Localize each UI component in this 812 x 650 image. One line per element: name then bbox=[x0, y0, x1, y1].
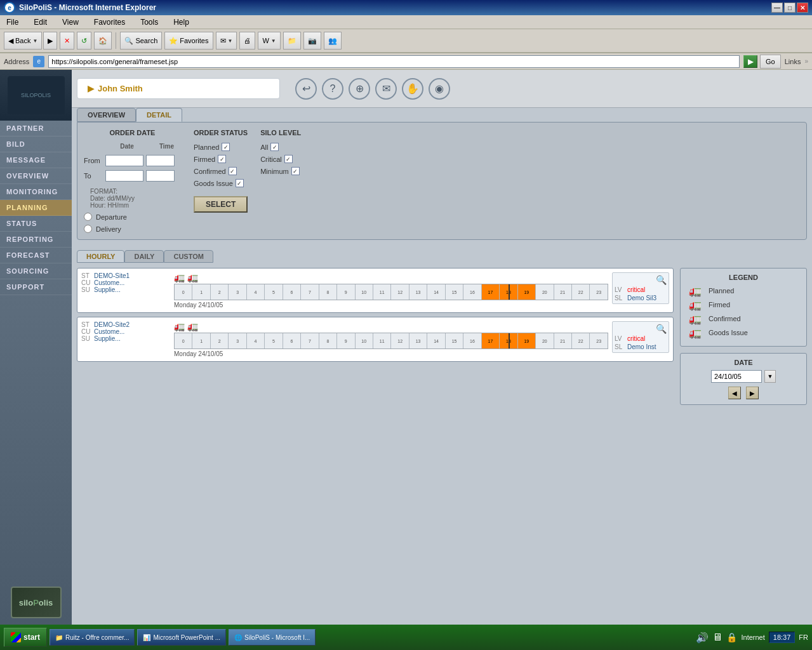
tab-hourly[interactable]: HOURLY bbox=[77, 250, 124, 263]
minimum-checkbox[interactable] bbox=[291, 167, 300, 175]
stop-button[interactable]: ✕ bbox=[60, 32, 74, 50]
site2-search-icon[interactable]: 🔍 bbox=[656, 324, 667, 334]
site2-date: Monday 24/10/05 bbox=[174, 350, 608, 357]
confirmed-checkbox[interactable] bbox=[229, 167, 237, 175]
sidebar-item-planning[interactable]: Planning bbox=[0, 200, 72, 216]
sidebar-item-support[interactable]: Support bbox=[0, 279, 72, 295]
favorites-button[interactable]: ⭐ Favorites bbox=[164, 32, 213, 50]
legend-title: LEGEND bbox=[686, 274, 801, 281]
legend-date-panel: LEGEND 🚛 Planned 🚛 Firmed 🚛 Confirmed bbox=[680, 268, 807, 620]
mail-dropdown-icon[interactable]: ▼ bbox=[228, 38, 233, 44]
date-picker-input[interactable] bbox=[711, 370, 762, 383]
confirmed-legend-label: Confirmed bbox=[709, 315, 741, 322]
users-button[interactable]: 👥 bbox=[324, 32, 342, 50]
media-button[interactable]: 📷 bbox=[303, 32, 321, 50]
back-button[interactable]: ◀ Back ▼ bbox=[4, 32, 42, 50]
sidebar-item-sourcing[interactable]: Sourcing bbox=[0, 263, 72, 279]
time-slot-8: 8 bbox=[319, 284, 337, 300]
go-button[interactable]: Go bbox=[760, 55, 781, 69]
from-label: From bbox=[84, 157, 103, 164]
delivery-label: Delivery bbox=[96, 225, 121, 233]
planned-checkbox[interactable] bbox=[222, 143, 230, 151]
site1-info: ST DEMO-Site1 CU Custome... SU Supplie..… bbox=[81, 272, 170, 293]
folder-button[interactable]: 📁 bbox=[283, 32, 301, 50]
sidebar-item-message[interactable]: Message bbox=[0, 152, 72, 168]
go-arrow-icon[interactable]: ▶ bbox=[743, 55, 757, 68]
links-expand-icon[interactable]: » bbox=[804, 58, 808, 65]
site1-truck-icon: 🚛 bbox=[174, 272, 185, 282]
from-time-input[interactable] bbox=[146, 155, 175, 166]
power-action-icon[interactable]: ◉ bbox=[429, 78, 450, 100]
site1-silo-info: 🔍 LV critical SL Demo Sil3 bbox=[612, 272, 669, 304]
time-slot-21: 21 bbox=[554, 284, 572, 300]
menu-tools[interactable]: Tools bbox=[138, 17, 161, 28]
network-action-icon[interactable]: ⊕ bbox=[349, 78, 370, 100]
goods-issue-checkbox[interactable] bbox=[236, 179, 244, 187]
sidebar-item-bild[interactable]: Bild bbox=[0, 136, 72, 152]
minimize-button[interactable]: — bbox=[771, 3, 783, 13]
menu-edit[interactable]: Edit bbox=[31, 17, 50, 28]
departure-radio[interactable] bbox=[84, 213, 92, 221]
ppt-taskbar-icon: 📊 bbox=[143, 634, 150, 641]
all-checkbox[interactable] bbox=[270, 143, 279, 151]
address-bar: Address e ▶ Go Links » bbox=[0, 53, 812, 70]
menu-help[interactable]: Help bbox=[171, 17, 192, 28]
forward-button[interactable]: ▶ bbox=[43, 32, 57, 50]
word-dropdown-icon[interactable]: ▼ bbox=[271, 38, 276, 44]
from-date-input[interactable] bbox=[105, 155, 143, 166]
word-button[interactable]: W ▼ bbox=[258, 32, 280, 50]
links-label: Links bbox=[785, 58, 801, 65]
menu-view[interactable]: View bbox=[60, 17, 81, 28]
critical-checkbox[interactable] bbox=[284, 155, 293, 163]
taskbar-item-ruitz[interactable]: 📁 Ruitz - Offre commer... bbox=[50, 629, 135, 646]
title-bar: e SiloPoliS - Microsoft Internet Explore… bbox=[0, 0, 812, 15]
sidebar-item-overview[interactable]: Overview bbox=[0, 168, 72, 184]
delivery-radio[interactable] bbox=[84, 225, 92, 233]
users-icon: 👥 bbox=[328, 37, 337, 45]
hand-action-icon[interactable]: ✋ bbox=[402, 78, 423, 100]
to-label: To bbox=[84, 172, 103, 180]
help-action-icon[interactable]: ? bbox=[322, 78, 343, 100]
search-button[interactable]: 🔍 Search bbox=[120, 32, 162, 50]
to-date-input[interactable] bbox=[105, 170, 143, 182]
time-slot-0: 0 bbox=[175, 284, 192, 300]
date-prev-button[interactable]: ◀ bbox=[728, 387, 741, 399]
start-button[interactable]: start bbox=[4, 628, 47, 647]
to-time-input[interactable] bbox=[146, 170, 175, 182]
taskbar-item-powerpoint[interactable]: 📊 Microsoft PowerPoint ... bbox=[137, 629, 226, 646]
print-button[interactable]: 🖨 bbox=[239, 32, 255, 50]
date-next-button[interactable]: ▶ bbox=[746, 387, 759, 399]
refresh-button[interactable]: ↺ bbox=[77, 32, 91, 50]
maximize-button[interactable]: □ bbox=[784, 3, 795, 13]
sidebar-item-reporting[interactable]: Reporting bbox=[0, 232, 72, 248]
close-button[interactable]: ✕ bbox=[797, 3, 808, 13]
mail-button[interactable]: ✉ ▼ bbox=[216, 32, 237, 50]
menu-favorites[interactable]: Favorites bbox=[91, 17, 128, 28]
mail-action-icon[interactable]: ✉ bbox=[375, 78, 397, 100]
site2-time-axis[interactable]: 0 1 2 3 4 5 6 7 8 9 bbox=[174, 333, 608, 349]
back-action-icon[interactable]: ↩ bbox=[295, 78, 317, 100]
time-column-header: Time bbox=[152, 143, 181, 150]
sidebar-item-status[interactable]: Status bbox=[0, 216, 72, 232]
sidebar-item-partner[interactable]: Partner bbox=[0, 121, 72, 136]
sidebar-item-forecast[interactable]: Forecast bbox=[0, 248, 72, 263]
site1-time-axis[interactable]: 0 1 2 3 4 5 6 7 8 9 bbox=[174, 284, 608, 300]
site2-name: DEMO-Site2 bbox=[94, 321, 130, 328]
firmed-label: Firmed bbox=[194, 156, 215, 163]
tab-overview[interactable]: OVERVIEW bbox=[77, 108, 136, 122]
select-button[interactable]: SELECT bbox=[194, 196, 248, 213]
tab-daily[interactable]: DAILY bbox=[124, 250, 164, 263]
url-input[interactable] bbox=[48, 55, 740, 68]
sidebar-item-monitoring[interactable]: Monitoring bbox=[0, 184, 72, 200]
site1-supplier: Supplie... bbox=[94, 286, 121, 293]
back-dropdown-icon[interactable]: ▼ bbox=[32, 38, 37, 44]
firmed-checkbox[interactable] bbox=[218, 155, 226, 163]
critical-label: Critical bbox=[260, 156, 282, 163]
taskbar-item-silopolis[interactable]: 🌐 SiloPoliS - Microsoft I... bbox=[229, 629, 316, 646]
date-dropdown-icon[interactable]: ▼ bbox=[764, 370, 776, 383]
home-button[interactable]: 🏠 bbox=[94, 32, 112, 50]
tab-detail[interactable]: DETAIL bbox=[136, 108, 182, 122]
site1-search-icon[interactable]: 🔍 bbox=[656, 275, 667, 285]
tab-custom[interactable]: CUSTOM bbox=[164, 250, 213, 263]
menu-file[interactable]: File bbox=[4, 17, 21, 28]
